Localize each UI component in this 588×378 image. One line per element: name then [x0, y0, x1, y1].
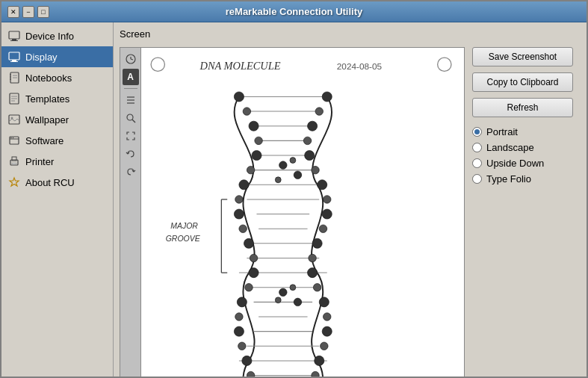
controls-panel: Save Screenshot Copy to Clipboard Refres…	[472, 47, 581, 377]
display-icon	[7, 50, 21, 63]
svg-point-114	[323, 313, 330, 320]
sidebar-item-templates[interactable]: Templates	[1, 88, 113, 109]
sidebar-label-notebooks: Notebooks	[25, 72, 72, 84]
tool-text[interactable]: A	[123, 69, 139, 85]
document-view: DNA MOLECULE 2024-08-05	[141, 48, 464, 377]
save-screenshot-button[interactable]: Save Screenshot	[472, 47, 573, 66]
svg-point-116	[321, 342, 328, 350]
svg-point-86	[249, 268, 259, 278]
radio-portrait[interactable]: Portrait	[472, 126, 581, 137]
close-button[interactable]: ✕	[7, 6, 19, 18]
svg-point-78	[252, 150, 261, 160]
sidebar-item-software[interactable]: Software	[1, 130, 113, 151]
radio-type-folio-label: Type Folio	[486, 173, 531, 185]
svg-rect-3	[9, 52, 19, 60]
sidebar-item-display[interactable]: Display	[1, 46, 113, 67]
sidebar-item-notebooks[interactable]: Notebooks	[1, 67, 113, 88]
svg-point-102	[303, 137, 311, 144]
tool-undo[interactable]	[123, 146, 139, 162]
svg-point-20	[10, 137, 12, 139]
svg-rect-2	[10, 40, 18, 41]
svg-text:2024-08-05: 2024-08-05	[337, 61, 383, 71]
svg-point-126	[294, 171, 301, 179]
svg-point-87	[245, 283, 253, 291]
svg-text:GROOVE: GROOVE	[166, 235, 201, 243]
svg-point-105	[318, 180, 327, 190]
screen-label: Screen	[120, 28, 581, 40]
radio-landscape-label: Landscape	[486, 142, 534, 153]
radio-upside-down[interactable]: Upside Down	[472, 158, 581, 169]
svg-point-79	[247, 166, 254, 173]
tool-redo[interactable]	[123, 164, 139, 180]
svg-marker-25	[10, 178, 19, 186]
svg-point-100	[315, 108, 323, 115]
svg-point-74	[234, 92, 244, 102]
svg-point-113	[319, 297, 329, 307]
sidebar-item-about[interactable]: About RCU	[1, 172, 113, 193]
window-title: reMarkable Connection Utility	[226, 6, 362, 17]
main-content: Device Info Display Notebooks Templates	[1, 22, 587, 377]
window-controls: ✕ − □	[7, 6, 49, 18]
svg-point-115	[322, 326, 332, 336]
svg-point-76	[249, 121, 259, 131]
refresh-button[interactable]: Refresh	[472, 98, 573, 117]
minimize-button[interactable]: −	[22, 6, 34, 18]
svg-rect-5	[10, 61, 18, 62]
svg-point-124	[279, 161, 287, 169]
svg-point-128	[279, 288, 287, 296]
svg-point-101	[308, 121, 318, 131]
svg-point-109	[312, 238, 322, 248]
svg-point-127	[275, 177, 281, 183]
sidebar-label-about: About RCU	[25, 177, 75, 188]
radio-landscape-indicator	[472, 143, 482, 152]
svg-point-104	[312, 166, 319, 173]
svg-point-84	[244, 238, 253, 248]
svg-point-80	[239, 180, 249, 190]
dna-illustration: DNA MOLECULE 2024-08-05	[141, 48, 464, 377]
svg-point-82	[234, 209, 244, 219]
sidebar-item-wallpaper[interactable]: Wallpaper	[1, 109, 113, 130]
svg-line-33	[132, 120, 135, 123]
svg-point-83	[239, 225, 247, 232]
radio-landscape[interactable]: Landscape	[472, 142, 581, 153]
tool-clock[interactable]	[123, 51, 139, 67]
tool-zoom[interactable]	[123, 110, 139, 126]
svg-point-130	[294, 298, 301, 306]
svg-point-112	[313, 283, 321, 291]
sidebar-label-wallpaper: Wallpaper	[25, 114, 69, 126]
printer-icon	[7, 155, 21, 168]
sidebar-item-device-info[interactable]: Device Info	[1, 25, 113, 46]
svg-point-92	[242, 356, 252, 365]
notebooks-icon	[7, 71, 21, 84]
device-info-icon	[7, 29, 21, 43]
svg-point-91	[238, 342, 246, 350]
radio-type-folio[interactable]: Type Folio	[472, 173, 581, 185]
screen-toolbar: A	[120, 48, 141, 377]
svg-point-21	[13, 137, 14, 139]
svg-point-32	[127, 114, 133, 120]
maximize-button[interactable]: □	[37, 6, 49, 18]
svg-rect-4	[12, 60, 16, 61]
svg-point-107	[322, 209, 332, 219]
svg-point-129	[290, 285, 296, 291]
tool-list[interactable]	[123, 92, 139, 108]
tool-separator1	[124, 88, 137, 89]
svg-text:MAJOR: MAJOR	[170, 222, 198, 230]
svg-point-90	[234, 326, 244, 336]
copy-clipboard-button[interactable]: Copy to Clipboard	[472, 72, 573, 92]
titlebar: ✕ − □ reMarkable Connection Utility	[1, 1, 587, 22]
svg-point-131	[275, 297, 281, 303]
wallpaper-icon	[7, 113, 21, 126]
sidebar-item-printer[interactable]: Printer	[1, 151, 113, 172]
svg-point-117	[315, 356, 324, 365]
software-icon	[7, 134, 21, 147]
radio-type-folio-indicator	[472, 174, 482, 184]
svg-point-85	[250, 254, 257, 261]
svg-point-110	[309, 254, 316, 261]
svg-rect-24	[12, 163, 16, 164]
orientation-group: Portrait Landscape Upside Down Type	[472, 126, 581, 185]
svg-rect-0	[9, 31, 19, 39]
svg-line-28	[131, 59, 133, 60]
tool-expand[interactable]	[123, 128, 139, 144]
svg-rect-44	[141, 48, 464, 377]
